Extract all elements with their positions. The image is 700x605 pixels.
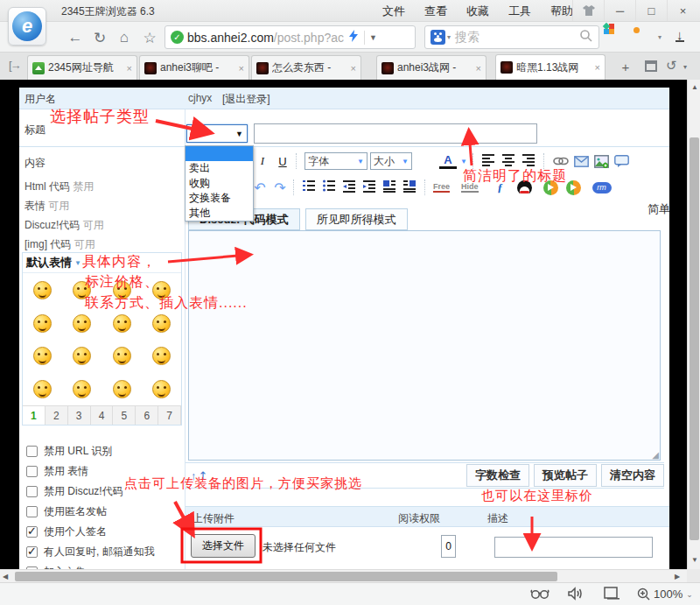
tab-close-icon[interactable]: × [127,63,132,74]
close-button[interactable]: × [667,0,698,21]
address-bar[interactable]: ✓ bbs.anhei2.com/post.php?ac ▼ [164,25,416,49]
favorite-star-icon[interactable]: ☆ [139,27,160,48]
dropdown-option-other[interactable]: 其他 [186,206,253,221]
home-icon[interactable]: ⌂ [114,27,135,48]
tab-close-icon[interactable]: × [476,63,481,74]
dropdown-option-empty[interactable] [186,146,253,161]
horizontal-scrollbar[interactable]: ◀ ▶ [0,569,687,582]
unordered-list-button[interactable] [322,179,340,196]
tab-anhei3-chat[interactable]: anhei3聊吧 - × [139,55,249,80]
logout-link[interactable]: [退出登录] [222,92,270,107]
option-disable-discuz-code[interactable]: 禁用 Discuz!代码 [26,482,184,502]
zoom-dropdown-icon[interactable]: ⌄ [686,590,693,599]
option-disable-url[interactable]: 禁用 URL 识别 [26,441,184,461]
emoticon[interactable] [152,281,171,299]
checkbox[interactable] [26,466,38,477]
align-center-button[interactable] [501,152,519,170]
insert-quote-icon[interactable] [612,152,630,170]
tools-dropdown-icon[interactable]: ▾ [658,33,662,41]
emoticon[interactable] [33,314,52,333]
dropdown-option-sell[interactable]: 卖出 [186,161,253,176]
arrow-top-icon[interactable]: ↥ [199,469,208,482]
emoticon[interactable] [73,314,91,333]
emoticon[interactable] [152,314,171,333]
align-right-button[interactable] [522,152,539,170]
tab-how-to-sell[interactable]: 怎么卖东西 - × [251,55,361,80]
search-magnifier-icon[interactable] [579,29,593,46]
speed-bolt-icon[interactable] [349,30,358,45]
undo-icon[interactable]: ↶ [251,179,269,196]
tab-close-icon[interactable]: × [239,63,244,74]
horizontal-scroll-thumb[interactable] [15,572,557,581]
emoticon[interactable] [73,347,91,365]
option-email-notify[interactable]: 有人回复时, 邮箱通知我 [26,542,184,562]
site-safe-shield-icon[interactable]: ✓ [171,31,184,44]
emoticon[interactable] [152,380,171,398]
smilies-page-7[interactable]: 7 [158,406,181,425]
preview-post-button[interactable]: 预览帖子 [534,464,597,487]
float-image-left-button[interactable] [382,179,400,196]
insert-image-icon[interactable] [592,152,610,170]
collapse-editor-icons[interactable]: ↑↥ [191,469,207,482]
smilies-page-5[interactable]: 5 [113,406,136,425]
scroll-left-icon[interactable]: ◀ [3,573,8,580]
scroll-right-icon[interactable]: ▶ [675,573,680,580]
description-input[interactable] [494,537,653,558]
italic-button[interactable]: I [254,152,271,170]
menu-file[interactable]: 文件 [382,4,405,19]
back-icon[interactable]: ← [65,27,86,48]
restore-closed-tab-icon[interactable]: ↺ [666,58,677,74]
align-left-button[interactable] [481,152,499,170]
hide-tag-button[interactable]: Hide [461,182,479,193]
tab-2345-nav[interactable]: 2345网址导航 × [27,55,137,80]
download-icon[interactable]: ↓ [676,29,684,42]
read-permission-input[interactable]: 0 [441,535,456,558]
vertical-scroll-thumb[interactable] [690,137,699,540]
post-title-input[interactable] [254,123,537,144]
resize-handle-icon[interactable]: ◢ [652,450,659,460]
checkbox-checked[interactable] [26,546,38,558]
tab-diablo-113-active[interactable]: 暗黑1.13战网 × [495,54,606,80]
font-size-select[interactable]: 大小▼ [370,152,412,170]
dropdown-option-trade[interactable]: 交换装备 [186,191,253,206]
menu-help[interactable]: 帮助 [550,4,573,19]
vertical-scrollbar[interactable]: ▲ ▼ [687,80,700,569]
color-dropdown-icon[interactable]: ▼ [459,152,468,170]
baidu-search-engine-icon[interactable] [430,30,445,45]
emoticon[interactable] [33,347,52,365]
post-type-select[interactable]: ▼ [186,124,248,143]
emoticon[interactable] [152,347,171,365]
smilies-page-2[interactable]: 2 [46,406,68,425]
url-dropdown-icon[interactable]: ▼ [369,33,377,42]
free-tag-button[interactable]: Free [433,182,450,193]
boss-key-icon[interactable] [645,60,657,72]
tab-anhei3-battlenet[interactable]: anhei3战网 - × [376,55,486,80]
clear-content-button[interactable]: 清空内容 [601,464,664,487]
emoticon[interactable] [113,281,131,299]
reading-mode-icon[interactable] [530,587,550,603]
arrow-up-icon[interactable]: ↑ [191,469,197,482]
option-use-signature[interactable]: 使用个人签名 [26,522,184,542]
checkbox[interactable] [26,446,38,457]
option-add-to-collection[interactable]: 加入文集 [26,562,184,569]
scroll-up-icon[interactable]: ▲ [691,83,698,91]
ordered-list-button[interactable] [302,179,319,196]
minimize-button[interactable]: ─ [604,0,635,21]
skin-icon[interactable] [572,0,604,21]
session-restore-icon[interactable]: [→ [9,59,20,72]
emoticon[interactable] [113,380,131,398]
dropdown-option-buy[interactable]: 收购 [186,176,253,191]
smilies-header[interactable]: 默认表情▼ [23,253,181,273]
search-box[interactable]: ▾ 搜索 [424,25,599,49]
refresh-icon[interactable]: ↻ [89,27,110,48]
menu-view[interactable]: 查看 [424,4,447,19]
search-input[interactable]: 搜索 [455,30,579,46]
emoticon[interactable] [113,314,131,333]
menu-tools[interactable]: 工具 [508,4,531,19]
restore-dropdown-icon[interactable]: ▾ [683,63,687,71]
underline-button[interactable]: U [274,152,291,170]
new-tab-button[interactable]: + [615,59,636,75]
choose-file-button[interactable]: 选择文件 [191,534,256,558]
checkbox-checked[interactable] [26,526,38,538]
qq-icon[interactable] [517,180,532,195]
